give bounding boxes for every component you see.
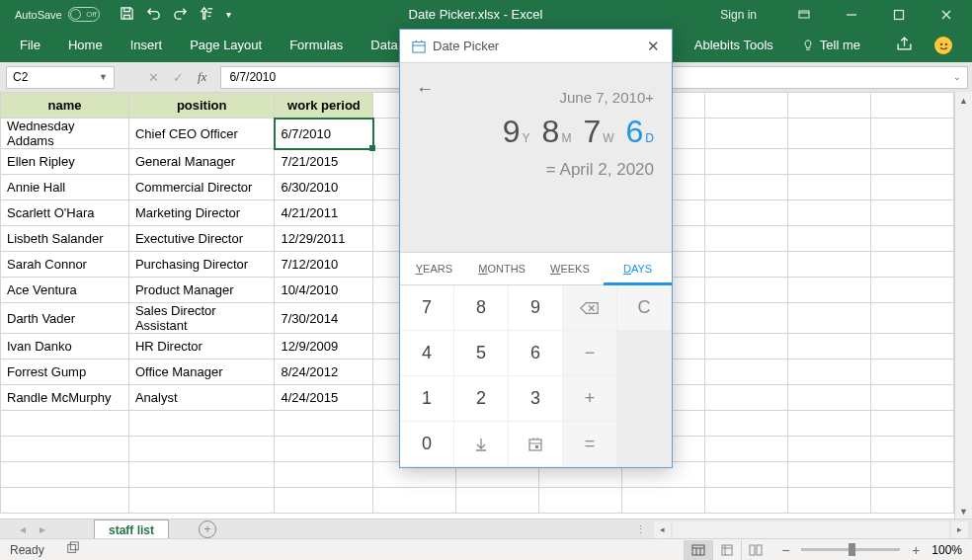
keypad-eq[interactable]: = xyxy=(563,422,617,467)
keypad-plus[interactable]: + xyxy=(563,376,617,422)
cell[interactable] xyxy=(275,411,373,437)
share-icon[interactable] xyxy=(896,36,913,55)
keypad-8[interactable]: 8 xyxy=(454,285,509,331)
keypad-down[interactable] xyxy=(454,422,509,467)
cell[interactable]: Ellen Ripley xyxy=(1,149,129,175)
cell[interactable] xyxy=(788,462,871,488)
cell[interactable]: 4/21/2011 xyxy=(275,200,373,226)
cell[interactable] xyxy=(705,488,788,514)
name-box[interactable]: C2 ▼ xyxy=(6,66,115,89)
keypad-bksp[interactable] xyxy=(563,285,617,331)
cell[interactable] xyxy=(871,462,954,488)
cell[interactable] xyxy=(871,252,954,278)
cell[interactable] xyxy=(788,411,871,437)
cell[interactable] xyxy=(622,488,705,514)
hscroll-right-icon[interactable]: ▸ xyxy=(951,521,968,538)
keypad-4[interactable]: 4 xyxy=(400,331,454,376)
column-header[interactable]: work period xyxy=(275,93,373,119)
cell[interactable] xyxy=(128,488,274,514)
close-icon[interactable] xyxy=(925,0,968,29)
tab-file[interactable]: File xyxy=(6,29,54,62)
keypad-2[interactable]: 2 xyxy=(454,376,509,422)
cell[interactable] xyxy=(128,462,274,488)
cell[interactable]: 4/24/2015 xyxy=(275,385,373,411)
keypad-1[interactable]: 1 xyxy=(400,376,454,422)
tab-formulas[interactable]: Formulas xyxy=(276,29,357,62)
scroll-down-icon[interactable]: ▼ xyxy=(955,503,972,520)
zoom-slider[interactable] xyxy=(801,548,900,551)
feedback-icon[interactable] xyxy=(934,37,952,54)
cell[interactable] xyxy=(871,175,954,200)
zoom-level[interactable]: 100% xyxy=(932,543,962,557)
cell[interactable]: Commercial Director xyxy=(128,175,274,200)
cell[interactable]: Purchasing Director xyxy=(128,252,274,278)
cell[interactable]: 7/30/2014 xyxy=(275,303,373,334)
cell[interactable] xyxy=(705,437,788,462)
cell[interactable]: Annie Hall xyxy=(1,175,129,200)
cell[interactable] xyxy=(705,385,788,411)
cell[interactable] xyxy=(788,226,871,252)
cell[interactable] xyxy=(705,252,788,278)
autosave-toggle[interactable]: AutoSave Off xyxy=(15,7,100,22)
cell[interactable]: Wednesday Addams xyxy=(1,119,129,149)
cell[interactable] xyxy=(275,437,373,462)
cell[interactable] xyxy=(871,93,954,119)
hscroll-track[interactable] xyxy=(673,521,949,538)
cell[interactable]: Ivan Danko xyxy=(1,334,129,360)
tab-split-icon[interactable]: ⋮ xyxy=(635,523,646,536)
keypad-minus[interactable]: − xyxy=(563,331,617,376)
tell-me-search[interactable]: Tell me xyxy=(787,29,874,62)
cell[interactable]: Lisbeth Salander xyxy=(1,226,129,252)
cell[interactable] xyxy=(275,462,373,488)
cell[interactable]: Product Manager xyxy=(128,278,274,303)
cancel-formula-icon[interactable]: ✕ xyxy=(148,70,159,85)
keypad-3[interactable]: 3 xyxy=(509,376,563,422)
picker-back-icon[interactable]: ← xyxy=(416,79,434,100)
cell[interactable] xyxy=(871,334,954,360)
cell[interactable]: 8/24/2012 xyxy=(275,360,373,385)
cell[interactable] xyxy=(539,488,622,514)
cell[interactable]: 12/29/2011 xyxy=(275,226,373,252)
maximize-icon[interactable] xyxy=(877,0,921,29)
ribbon-display-icon[interactable] xyxy=(782,0,826,29)
cell[interactable] xyxy=(1,437,129,462)
cell[interactable]: Forrest Gump xyxy=(1,360,129,385)
cell[interactable]: 12/9/2009 xyxy=(275,334,373,360)
cell[interactable] xyxy=(788,93,871,119)
redo-icon[interactable] xyxy=(173,6,188,24)
cell[interactable] xyxy=(788,119,871,149)
cell[interactable] xyxy=(871,200,954,226)
keypad-9[interactable]: 9 xyxy=(509,285,563,331)
new-sheet-button[interactable]: + xyxy=(199,520,216,538)
tab-home[interactable]: Home xyxy=(54,29,117,62)
cell[interactable] xyxy=(705,303,788,334)
save-icon[interactable] xyxy=(120,6,134,24)
cell[interactable] xyxy=(871,437,954,462)
unit-tab[interactable]: WEEKS xyxy=(536,253,605,284)
column-header[interactable]: name xyxy=(1,93,129,119)
sheet-nav-prev-icon[interactable]: ◂ xyxy=(20,522,26,536)
cell[interactable] xyxy=(456,488,539,514)
cell[interactable]: HR Director xyxy=(128,334,274,360)
expand-formula-icon[interactable]: ⌄ xyxy=(947,66,968,89)
unit-tab[interactable]: YEARS xyxy=(400,253,468,284)
view-page-break-button[interactable] xyxy=(741,540,770,560)
cell[interactable] xyxy=(705,119,788,149)
cell[interactable]: Sales Director Assistant xyxy=(128,303,274,334)
column-header[interactable]: position xyxy=(128,93,274,119)
hscroll-left-icon[interactable]: ◂ xyxy=(654,521,671,538)
cell[interactable] xyxy=(128,437,274,462)
cell[interactable] xyxy=(1,462,129,488)
cell[interactable] xyxy=(871,385,954,411)
fx-icon[interactable]: fx xyxy=(198,69,206,85)
cell[interactable] xyxy=(788,252,871,278)
cell[interactable]: Scarlett O'Hara xyxy=(1,200,129,226)
cell[interactable] xyxy=(788,488,871,514)
cell[interactable] xyxy=(871,360,954,385)
cell[interactable] xyxy=(788,278,871,303)
keypad-6[interactable]: 6 xyxy=(509,331,563,376)
tab-insert[interactable]: Insert xyxy=(117,29,177,62)
macro-record-icon[interactable] xyxy=(66,541,80,558)
cell[interactable] xyxy=(705,175,788,200)
cell[interactable] xyxy=(871,303,954,334)
